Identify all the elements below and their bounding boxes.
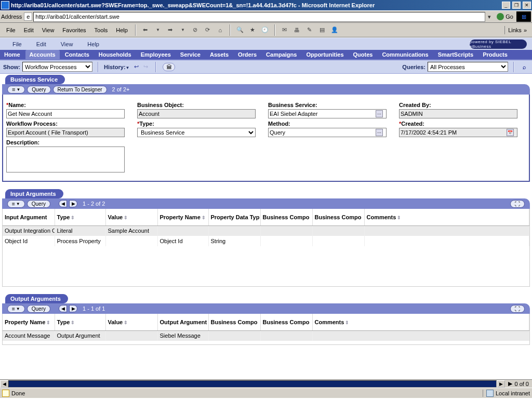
tab-opportunities[interactable]: Opportunities (302, 50, 348, 59)
home-icon[interactable]: ⌂ (215, 24, 226, 36)
tab-communications[interactable]: Communications (378, 50, 432, 59)
ia-expand-button[interactable]: ⛶ (510, 200, 525, 208)
bsvc-field[interactable] (268, 109, 387, 118)
tab-service[interactable]: Service (176, 50, 205, 59)
sort-icon[interactable]: ⇕ (397, 215, 401, 220)
name-field[interactable] (6, 109, 125, 118)
ie-menu-tools[interactable]: Tools (90, 25, 112, 35)
messenger-icon[interactable]: 👤 (329, 24, 340, 36)
edit-icon[interactable]: ✎ (304, 24, 315, 36)
address-input[interactable] (33, 12, 485, 22)
table-row[interactable]: Output Integration O Literal Sample Acco… (3, 225, 529, 236)
forward-icon[interactable]: ➡ (165, 24, 176, 36)
method-pick-icon[interactable]: ⋯ (376, 129, 383, 136)
history-forward-icon[interactable]: ↪ (141, 63, 150, 71)
tab-employees[interactable]: Employees (137, 50, 175, 59)
created-calendar-icon[interactable]: 📅 (507, 129, 514, 136)
ie-menu-file[interactable]: File (2, 25, 20, 35)
siebel-menu-view[interactable]: View (54, 39, 81, 49)
table-row[interactable]: Account Message Output Argument Siebel M… (3, 330, 529, 341)
ia-menu-button[interactable]: ≡▼ (7, 200, 25, 208)
bs-query-button[interactable]: Query (27, 86, 50, 94)
sort-icon[interactable]: ⇕ (124, 320, 128, 325)
bs-return-button[interactable]: Return To Designer (53, 86, 107, 94)
refresh-icon[interactable]: ⟳ (202, 24, 214, 36)
tab-products[interactable]: Products (478, 50, 512, 59)
tab-smartscripts[interactable]: SmartScripts (434, 50, 477, 59)
col-business-compo-2[interactable]: Business Compo (260, 314, 312, 330)
discuss-icon[interactable]: ▤ (316, 24, 328, 36)
col-input-argument[interactable]: Input Argument (3, 209, 55, 225)
sort-icon[interactable]: ⇕ (345, 320, 349, 325)
table-row[interactable]: Object Id Process Property Object Id Str… (3, 236, 529, 246)
col-value[interactable]: Value⇕ (105, 209, 157, 225)
sort-icon[interactable]: ⇕ (71, 215, 75, 220)
sort-icon[interactable]: ⇕ (124, 215, 128, 220)
sort-icon[interactable]: ⇕ (202, 215, 206, 220)
col-property-data-type[interactable]: Property Data Typ (208, 209, 260, 225)
close-button[interactable]: ✕ (523, 2, 531, 9)
bsvc-pick-icon[interactable]: ⋯ (376, 110, 383, 117)
links-toolbar[interactable]: Links» (504, 26, 530, 34)
oa-expand-button[interactable]: ⛶ (510, 305, 525, 313)
col-business-compo-1[interactable]: Business Compo (208, 314, 260, 330)
address-dropdown-icon[interactable]: ▾ (485, 14, 494, 20)
history-icon[interactable]: 🕘 (259, 24, 271, 36)
siebel-menu-help[interactable]: Help (80, 39, 107, 49)
sort-icon[interactable]: ⇕ (46, 320, 50, 325)
siebel-menu-file[interactable]: File (5, 39, 29, 49)
minimize-button[interactable]: _ (502, 2, 510, 9)
print-icon[interactable]: 🖶 (291, 24, 303, 36)
col-business-compo-2[interactable]: Business Compo (312, 209, 364, 225)
hscroll-right-icon[interactable]: ▶ (497, 380, 505, 388)
tab-home[interactable]: Home (0, 50, 24, 59)
tab-assets[interactable]: Assets (206, 50, 233, 59)
method-field[interactable] (268, 128, 387, 137)
tab-campaigns[interactable]: Campaigns (262, 50, 301, 59)
show-dropdown[interactable]: Workflow Processes (22, 62, 92, 72)
type-field[interactable]: Business Service (137, 128, 256, 137)
oa-menu-button[interactable]: ≡▼ (7, 305, 25, 313)
mail-icon[interactable]: ✉ (279, 24, 290, 36)
col-output-argument[interactable]: Output Argument (157, 314, 208, 330)
ia-query-button[interactable]: Query (27, 200, 50, 208)
col-comments[interactable]: Comments⇕ (312, 314, 529, 330)
hscroll-left-icon[interactable]: ◀ (0, 380, 8, 388)
ie-menu-view[interactable]: View (38, 25, 59, 35)
tab-households[interactable]: Households (95, 50, 136, 59)
history-back-icon[interactable]: ↩ (131, 63, 141, 71)
ie-menu-favorites[interactable]: Favorites (58, 25, 90, 35)
favorites-icon[interactable]: ★ (247, 24, 258, 36)
queries-dropdown[interactable]: All Processes (428, 62, 508, 72)
col-property-name[interactable]: Property Name⇕ (157, 209, 208, 225)
back-dropdown-icon[interactable]: ▼ (152, 24, 164, 36)
col-business-compo-1[interactable]: Business Compo (260, 209, 312, 225)
desc-field[interactable] (6, 147, 125, 172)
siebel-menu-edit[interactable]: Edit (29, 39, 54, 49)
bs-menu-button[interactable]: ≡▼ (7, 86, 25, 94)
sort-icon[interactable]: ⇕ (71, 320, 75, 325)
oa-next-button[interactable]: ▶ (69, 305, 77, 312)
col-comments[interactable]: Comments⇕ (364, 209, 529, 225)
ie-menu-help[interactable]: Help (112, 25, 132, 35)
go-button[interactable]: Go (497, 13, 513, 20)
sitemap-button[interactable]: 🏛 (163, 63, 175, 71)
tab-orders[interactable]: Orders (234, 50, 261, 59)
col-type[interactable]: Type⇕ (55, 209, 105, 225)
ia-next-button[interactable]: ▶ (69, 200, 77, 207)
maximize-button[interactable]: ❐ (512, 2, 521, 9)
col-property-name[interactable]: Property Name⇕ (3, 314, 55, 330)
ia-prev-button[interactable]: ◀ (59, 200, 67, 207)
back-icon[interactable]: ⬅ (140, 24, 151, 36)
stop-icon[interactable]: ⊘ (190, 24, 201, 36)
col-value[interactable]: Value⇕ (105, 314, 157, 330)
hscroll-track[interactable] (8, 380, 497, 388)
find-icon[interactable]: ⌕ (520, 63, 529, 71)
ie-menu-edit[interactable]: Edit (20, 25, 38, 35)
forward-dropdown-icon[interactable]: ▼ (177, 24, 189, 36)
tab-contacts[interactable]: Contacts (61, 50, 94, 59)
search-icon[interactable]: 🔍 (234, 24, 246, 36)
oa-query-button[interactable]: Query (27, 305, 50, 313)
oa-prev-button[interactable]: ◀ (59, 305, 67, 312)
tab-quotes[interactable]: Quotes (349, 50, 377, 59)
